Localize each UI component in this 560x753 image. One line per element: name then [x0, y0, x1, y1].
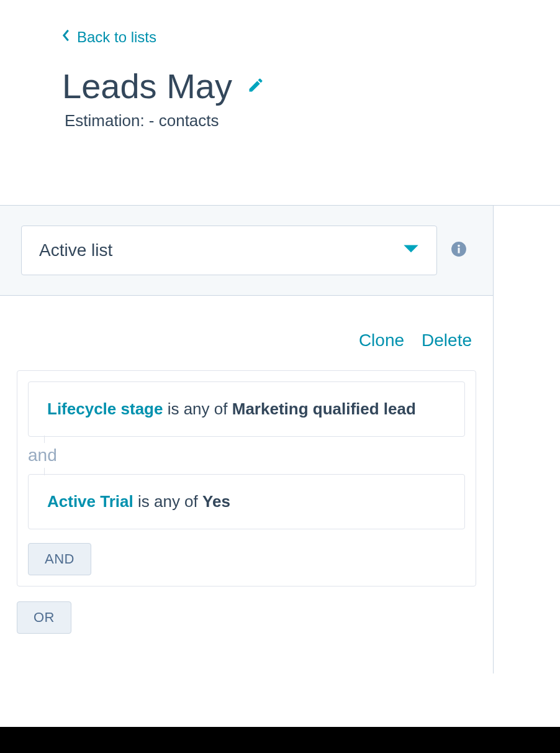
- filter-condition[interactable]: Active Trial is any of Yes: [28, 474, 465, 529]
- condition-operator: is any of: [163, 399, 232, 418]
- and-separator: and: [28, 437, 465, 474]
- filter-group: Lifecycle stage is any of Marketing qual…: [17, 370, 476, 586]
- condition-property: Lifecycle stage: [47, 399, 163, 418]
- edit-title-button[interactable]: [247, 76, 264, 96]
- back-to-lists-link[interactable]: Back to lists: [62, 29, 156, 46]
- list-type-info-button[interactable]: [451, 241, 467, 260]
- condition-operator: is any of: [133, 492, 202, 511]
- page-title: Leads May: [62, 68, 232, 105]
- condition-value: Yes: [202, 492, 230, 511]
- condition-value: Marketing qualified lead: [232, 399, 416, 418]
- svg-rect-1: [458, 248, 459, 253]
- info-icon: [451, 249, 467, 259]
- list-type-select[interactable]: Active list: [21, 226, 437, 275]
- filter-condition[interactable]: Lifecycle stage is any of Marketing qual…: [28, 381, 465, 437]
- bottom-strip: [0, 727, 560, 753]
- add-and-button[interactable]: AND: [28, 543, 91, 575]
- condition-property: Active Trial: [47, 492, 133, 511]
- estimation-text: Estimation: - contacts: [62, 111, 560, 130]
- add-or-button[interactable]: OR: [17, 601, 71, 634]
- list-type-value: Active list: [39, 240, 112, 260]
- delete-button[interactable]: Delete: [422, 331, 472, 350]
- back-link-label: Back to lists: [77, 29, 156, 46]
- svg-point-2: [458, 245, 460, 247]
- caret-down-icon: [403, 244, 419, 257]
- chevron-left-icon: [62, 29, 71, 46]
- list-type-bar: Active list: [0, 206, 494, 296]
- pencil-icon: [247, 85, 264, 96]
- clone-button[interactable]: Clone: [359, 331, 404, 350]
